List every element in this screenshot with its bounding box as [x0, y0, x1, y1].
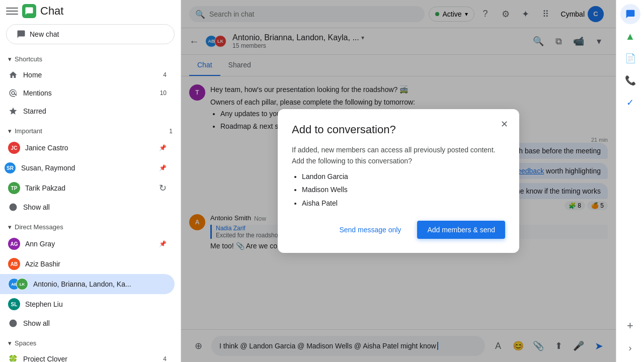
dm-arrow: ▾	[8, 223, 12, 231]
right-chat-icon[interactable]	[620, 4, 640, 24]
project-clover-icon: 🍀	[8, 354, 18, 362]
right-add-icon[interactable]: +	[620, 316, 640, 336]
project-clover-label: Project Clover	[23, 355, 158, 362]
project-clover-badge: 4	[163, 355, 167, 362]
shortcuts-section: ▾ Shortcuts Home 4 Mentions 10 Starred	[0, 50, 181, 122]
shortcuts-header[interactable]: ▾ Shortcuts	[0, 52, 181, 66]
show-all-dm-label: Show all	[23, 319, 167, 327]
susan-label: Susan, Raymond	[21, 164, 154, 172]
add-to-conversation-modal: ✕ Add to conversation? If added, new mem…	[278, 109, 519, 253]
ann-avatar: AG	[8, 238, 20, 250]
add-members-and-send-button[interactable]: Add members & send	[417, 221, 505, 239]
menu-icon[interactable]	[6, 5, 18, 17]
new-chat-label: New chat	[30, 30, 59, 38]
sidebar-item-janice[interactable]: JC Janice Castro 📌	[0, 138, 175, 158]
important-arrow: ▾	[8, 127, 12, 135]
sidebar-item-show-all-dm[interactable]: Show all	[0, 314, 175, 332]
sidebar-item-aziz[interactable]: AB Aziz Bashir	[0, 254, 175, 274]
mentions-icon	[8, 88, 18, 98]
show-all-important-label: Show all	[23, 203, 167, 211]
right-tasks-icon[interactable]: ✓	[620, 93, 640, 113]
janice-avatar: JC	[8, 142, 20, 154]
main-content: 🔍 Active ▾ ? ⚙ ✦ ⠿ Cymbal C ← AB LK	[181, 0, 616, 362]
sidebar-header: Chat	[0, 0, 181, 22]
sidebar-item-project-clover[interactable]: 🍀 Project Clover 4	[0, 350, 175, 362]
spaces-header[interactable]: ▾ Spaces	[0, 336, 181, 350]
show-all-dm-icon	[8, 318, 18, 328]
mentions-label: Mentions	[23, 89, 155, 97]
important-header[interactable]: ▾ Important 1	[0, 124, 181, 138]
tarik-avatar: TP	[8, 182, 20, 194]
ann-label: Ann Gray	[25, 240, 154, 248]
aziz-label: Aziz Bashir	[25, 260, 167, 268]
sidebar-item-group-active[interactable]: AB LK Antonio, Brianna, Landon, Ka...	[0, 274, 175, 294]
group-avatar: AB LK	[8, 278, 28, 290]
tarik-label: Tarik Pakzad	[25, 184, 154, 192]
modal-actions: Send message only Add members & send	[292, 221, 505, 239]
group-label: Antonio, Brianna, Landon, Ka...	[33, 280, 167, 288]
sidebar-item-mentions[interactable]: Mentions 10	[0, 84, 175, 102]
important-label: Important	[15, 127, 42, 135]
stephen-avatar: SL	[8, 298, 20, 310]
shortcuts-label: Shortcuts	[15, 55, 42, 63]
right-drive-icon[interactable]: ▲	[620, 26, 640, 46]
svg-point-1	[10, 320, 17, 327]
mentions-badge: 10	[160, 89, 167, 97]
app-title: Chat	[40, 5, 63, 18]
starred-label: Starred	[23, 107, 167, 115]
spaces-section: ▾ Spaces 🍀 Project Clover 4 📢 Cymbal Ann…	[0, 334, 181, 362]
sidebar-item-home[interactable]: Home 4	[0, 66, 175, 84]
refresh-icon-tarik: ↻	[159, 183, 167, 194]
sidebar-item-stephen[interactable]: SL Stephen Liu	[0, 294, 175, 314]
sidebar-item-tarik[interactable]: TP Tarik Pakzad ↻	[0, 178, 175, 198]
pin-icon-susan: 📌	[159, 164, 167, 171]
home-icon	[8, 70, 18, 80]
svg-point-0	[10, 204, 17, 211]
sidebar-item-susan[interactable]: SR Susan, Raymond 📌	[0, 158, 175, 178]
modal-overlay: ✕ Add to conversation? If added, new mem…	[181, 0, 616, 362]
home-badge: 4	[163, 71, 167, 78]
right-meet-icon[interactable]: 📞	[620, 70, 640, 90]
sidebar: Chat New chat ▾ Shortcuts Home 4 Mention…	[0, 0, 181, 362]
right-sidebar: ▲ 📄 📞 ✓ + ›	[616, 0, 644, 362]
modal-member-2: Madison Wells	[302, 184, 505, 195]
pin-icon-ann: 📌	[159, 240, 167, 247]
sidebar-item-show-all-important[interactable]: Show all	[0, 198, 175, 216]
important-section: ▾ Important 1 JC Janice Castro 📌 SR Susa…	[0, 122, 181, 218]
modal-members-list: Landon Garcia Madison Wells Aisha Patel	[292, 171, 505, 209]
spaces-label: Spaces	[15, 339, 36, 347]
dm-section: ▾ Direct Messages AG Ann Gray 📌 AB Aziz …	[0, 218, 181, 334]
star-icon	[8, 106, 18, 116]
modal-member-3: Aisha Patel	[302, 198, 505, 209]
dm-header[interactable]: ▾ Direct Messages	[0, 220, 181, 234]
app-icon	[22, 4, 36, 18]
home-label: Home	[23, 71, 158, 79]
modal-body: If added, new members can access all pre…	[292, 144, 505, 209]
right-add-icon-wrap: +	[620, 316, 640, 336]
modal-close-button[interactable]: ✕	[497, 117, 511, 131]
sidebar-item-ann[interactable]: AG Ann Gray 📌	[0, 234, 175, 254]
susan-avatar-group: SR	[8, 162, 16, 174]
dm-label: Direct Messages	[15, 223, 63, 231]
modal-title: Add to conversation?	[292, 123, 505, 136]
janice-label: Janice Castro	[25, 144, 154, 152]
shortcuts-arrow: ▾	[8, 55, 12, 63]
new-chat-button[interactable]: New chat	[6, 24, 175, 44]
aziz-avatar: AB	[8, 258, 20, 270]
modal-member-1: Landon Garcia	[302, 171, 505, 182]
pin-icon-janice: 📌	[159, 144, 167, 151]
spaces-arrow: ▾	[8, 339, 12, 347]
right-chevron-down-icon[interactable]: ›	[620, 338, 640, 358]
modal-body-text: If added, new members can access all pre…	[292, 146, 496, 165]
stephen-label: Stephen Liu	[25, 300, 167, 308]
right-docs-icon[interactable]: 📄	[620, 48, 640, 68]
sidebar-item-starred[interactable]: Starred	[0, 102, 175, 120]
show-all-important-icon	[8, 202, 18, 212]
send-message-only-button[interactable]: Send message only	[329, 221, 411, 239]
